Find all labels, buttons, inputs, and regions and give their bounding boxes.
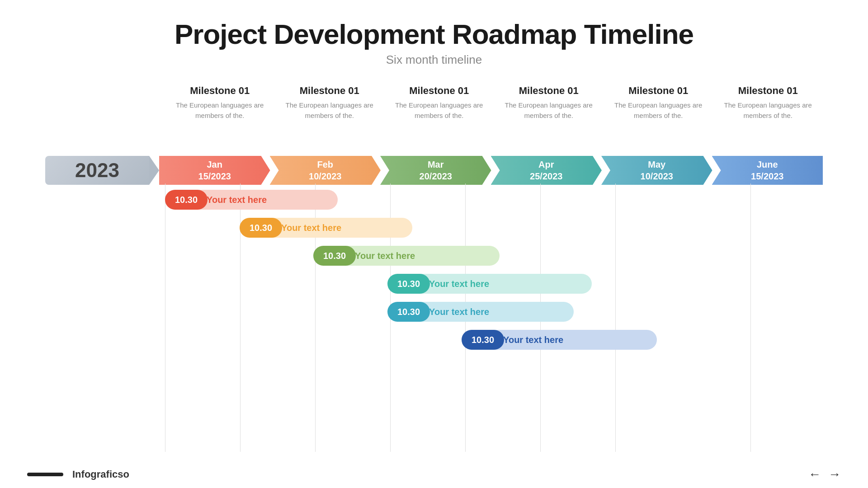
footer-nav: ← → (808, 467, 841, 482)
task-5-badge: 10.30 (387, 302, 430, 322)
year-text: 2023 (75, 159, 119, 182)
year-block: 2023 (45, 156, 149, 185)
main-title: Project Development Roadmap Timeline (0, 18, 868, 50)
task-row-1: 10.30 Your text here (165, 188, 823, 211)
task-1-container: 10.30 Your text here (165, 190, 338, 210)
task-1-bar: Your text here (198, 190, 338, 210)
segment-jan: Jan15/2023 (159, 156, 270, 185)
content-area: Milestone 01 The European languages are … (45, 71, 823, 488)
footer-brand: Infograficso (72, 469, 129, 480)
page-container: Project Development Roadmap Timeline Six… (0, 0, 868, 488)
nav-prev-arrow[interactable]: ← (808, 467, 821, 482)
milestone-3-title: Milestone 01 (389, 85, 490, 97)
tasks-area: 10.30 Your text here 10.30 Your text her… (165, 188, 823, 356)
task-6-bar: Your text here (494, 330, 657, 350)
timeline-bar: 2023 Jan15/2023 Feb10/2023 Mar20/2023 Ap… (45, 155, 823, 186)
milestone-1-title: Milestone 01 (170, 85, 270, 97)
task-row-6: 10.30 Your text here (165, 328, 823, 352)
task-5-container: 10.30 Your text here (387, 302, 574, 322)
milestone-2-desc: The European languages are members of th… (279, 100, 380, 121)
arrow-segments: Jan15/2023 Feb10/2023 Mar20/2023 Apr25/2… (149, 156, 823, 185)
task-4-bar: Your text here (420, 274, 592, 294)
segment-mar: Mar20/2023 (380, 156, 491, 185)
task-row-2: 10.30 Your text here (165, 216, 823, 239)
milestone-2-title: Milestone 01 (279, 85, 380, 97)
milestone-6: Milestone 01 The European languages are … (713, 85, 823, 121)
nav-next-arrow[interactable]: → (828, 467, 841, 482)
task-4-badge: 10.30 (387, 274, 430, 294)
segment-may: May10/2023 (601, 156, 712, 185)
milestone-1-desc: The European languages are members of th… (170, 100, 270, 121)
task-3-container: 10.30 Your text here (313, 246, 500, 266)
milestone-6-desc: The European languages are members of th… (718, 100, 819, 121)
footer-bar-decoration (27, 473, 63, 476)
task-2-badge: 10.30 (240, 218, 282, 238)
task-row-4: 10.30 Your text here (165, 272, 823, 296)
task-row-3: 10.30 Your text here (165, 244, 823, 267)
task-6-badge: 10.30 (462, 330, 504, 350)
milestone-3: Milestone 01 The European languages are … (384, 85, 494, 121)
task-row-5: 10.30 Your text here (165, 300, 823, 324)
milestone-2: Milestone 01 The European languages are … (275, 85, 385, 121)
milestone-1: Milestone 01 The European languages are … (165, 85, 275, 121)
task-2-container: 10.30 Your text here (240, 218, 412, 238)
milestone-5-title: Milestone 01 (608, 85, 709, 97)
task-1-badge: 10.30 (165, 190, 208, 210)
segment-jun: June15/2023 (712, 156, 823, 185)
milestone-5: Milestone 01 The European languages are … (604, 85, 713, 121)
milestone-6-title: Milestone 01 (718, 85, 819, 97)
segment-apr: Apr25/2023 (491, 156, 602, 185)
task-5-bar: Your text here (420, 302, 574, 322)
milestone-3-desc: The European languages are members of th… (389, 100, 490, 121)
milestone-4-title: Milestone 01 (499, 85, 599, 97)
sub-title: Six month timeline (0, 53, 868, 67)
milestone-5-desc: The European languages are members of th… (608, 100, 709, 121)
task-6-container: 10.30 Your text here (462, 330, 657, 350)
task-3-bar: Your text here (346, 246, 500, 266)
task-3-badge: 10.30 (313, 246, 356, 266)
milestone-4-desc: The European languages are members of th… (499, 100, 599, 121)
header: Project Development Roadmap Timeline Six… (0, 0, 868, 71)
milestone-4: Milestone 01 The European languages are … (494, 85, 604, 121)
milestones-row: Milestone 01 The European languages are … (165, 85, 823, 121)
footer: Infograficso ← → (0, 461, 868, 488)
segment-feb: Feb10/2023 (270, 156, 381, 185)
footer-left: Infograficso (27, 469, 129, 480)
task-4-container: 10.30 Your text here (387, 274, 592, 294)
task-2-bar: Your text here (272, 218, 412, 238)
